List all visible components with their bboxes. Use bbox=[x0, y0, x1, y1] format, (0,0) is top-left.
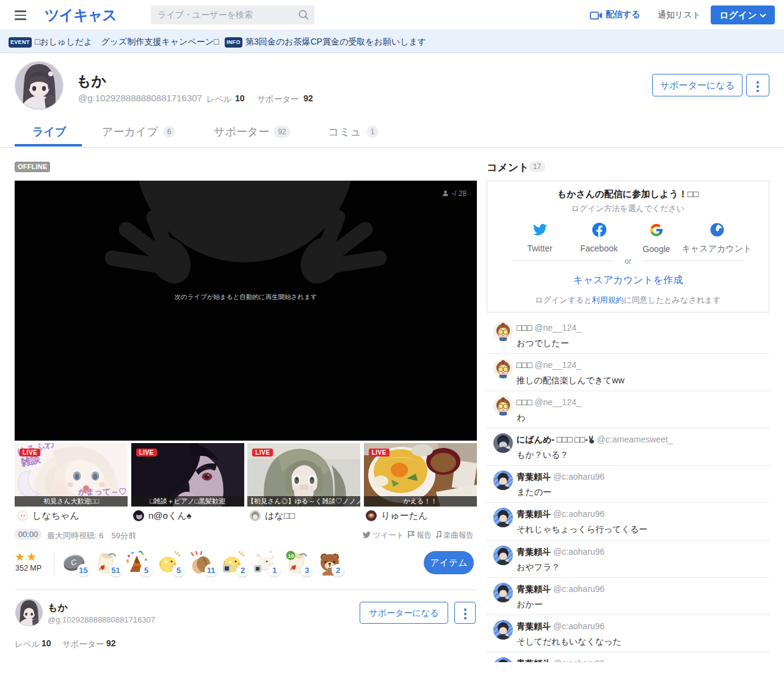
svg-text:かまって～♡: かまって～♡ bbox=[78, 487, 126, 496]
svg-text:10: 10 bbox=[288, 553, 294, 559]
